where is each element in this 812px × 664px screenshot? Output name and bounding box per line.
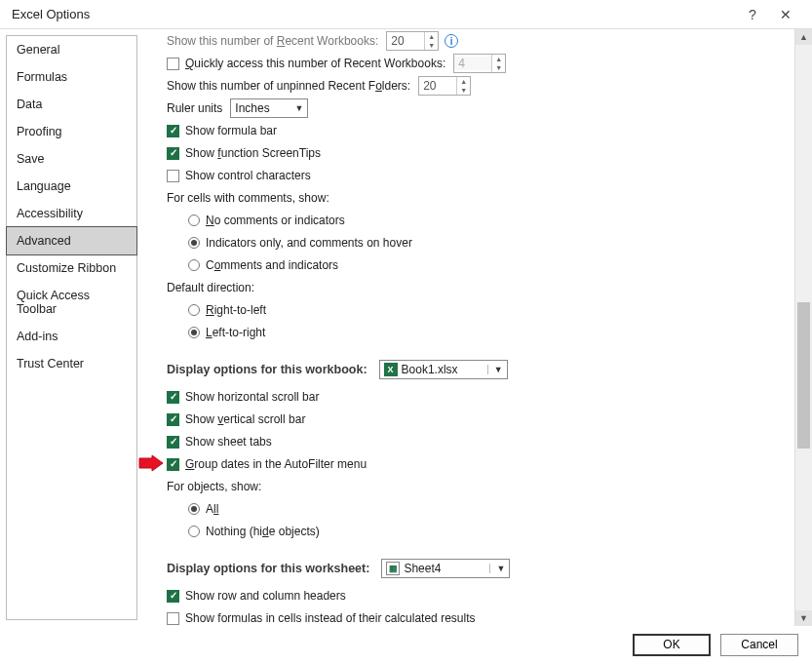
sidebar-item-add-ins[interactable]: Add-ins	[7, 323, 136, 350]
group-dates-autofilter-checkbox[interactable]	[167, 458, 179, 471]
sidebar-item-customize-ribbon[interactable]: Customize Ribbon	[7, 254, 136, 282]
objects-header: For objects, show:	[167, 480, 261, 493]
show-control-chars-checkbox[interactable]	[167, 170, 179, 182]
scrollbar-thumb[interactable]	[797, 302, 810, 449]
sidebar-item-language[interactable]: Language	[7, 173, 136, 200]
sidebar: General Formulas Data Proofing Save Lang…	[6, 35, 137, 620]
sidebar-item-quick-access-toolbar[interactable]: Quick Access Toolbar	[7, 282, 136, 323]
show-sheet-tabs-checkbox[interactable]	[167, 436, 179, 449]
close-icon[interactable]: ✕	[769, 7, 802, 22]
workbook-section-header: Display options for this workbook:	[167, 363, 367, 376]
sheet-icon: ▦	[386, 562, 400, 575]
ruler-units-label: Ruler units	[167, 101, 222, 115]
group-dates-autofilter-label: Group dates in the AutoFilter menu	[185, 457, 367, 471]
unpinned-folders-spinner[interactable]: ▲▼	[418, 76, 471, 96]
comments-both-radio[interactable]	[188, 259, 200, 271]
ok-button[interactable]: OK	[633, 634, 711, 656]
spin-up-icon[interactable]: ▲	[425, 32, 438, 41]
show-hscroll-checkbox[interactable]	[167, 391, 179, 404]
scroll-up-icon[interactable]: ▲	[795, 29, 812, 45]
quick-access-spinner: ▲▼	[453, 54, 506, 73]
recent-workbooks-spinner[interactable]: ▲▼	[386, 31, 439, 51]
spin-down-icon[interactable]: ▼	[425, 41, 438, 50]
sidebar-item-proofing[interactable]: Proofing	[7, 118, 136, 145]
show-screentips-label: Show function ScreenTips	[185, 146, 321, 160]
sidebar-item-accessibility[interactable]: Accessibility	[7, 200, 136, 227]
quick-access-checkbox[interactable]	[167, 58, 179, 70]
chevron-down-icon: ▼	[487, 365, 503, 374]
show-screentips-checkbox[interactable]	[167, 147, 179, 160]
show-formulas-checkbox[interactable]	[167, 612, 179, 625]
dialog-footer: OK Cancel	[0, 626, 812, 663]
recent-workbooks-label: Show this number of Recent Workbooks:	[167, 34, 378, 48]
sidebar-item-trust-center[interactable]: Trust Center	[7, 350, 136, 377]
show-formula-bar-label: Show formula bar	[185, 124, 277, 137]
help-icon[interactable]: ?	[736, 7, 769, 22]
comments-none-radio[interactable]	[188, 215, 200, 226]
chevron-down-icon: ▼	[489, 564, 505, 573]
sidebar-item-formulas[interactable]: Formulas	[7, 63, 136, 91]
sidebar-item-general[interactable]: General	[7, 36, 136, 63]
cancel-button[interactable]: Cancel	[720, 634, 798, 656]
callout-arrow-icon	[137, 455, 165, 473]
show-control-chars-label: Show control characters	[185, 169, 311, 182]
sidebar-item-save[interactable]: Save	[7, 145, 136, 173]
ruler-units-dropdown[interactable]: Inches ▼	[230, 98, 308, 118]
worksheet-selector-dropdown[interactable]: ▦ Sheet4 ▼	[381, 559, 510, 578]
window-title: Excel Options	[12, 7, 736, 21]
show-vscroll-checkbox[interactable]	[167, 413, 179, 426]
titlebar: Excel Options ? ✕	[0, 0, 812, 29]
excel-file-icon: X	[384, 363, 398, 376]
comments-header: For cells with comments, show:	[167, 191, 329, 205]
scroll-down-icon[interactable]: ▼	[795, 610, 812, 626]
objects-all-radio[interactable]	[188, 503, 200, 515]
direction-rtl-radio[interactable]	[188, 304, 200, 316]
quick-access-label: Quickly access this number of Recent Wor…	[185, 57, 445, 70]
direction-header: Default direction:	[167, 281, 254, 294]
unpinned-folders-label: Show this number of unpinned Recent Fold…	[167, 79, 410, 93]
workbook-selector-dropdown[interactable]: X Book1.xlsx ▼	[379, 360, 508, 379]
show-formula-bar-checkbox[interactable]	[167, 125, 179, 137]
show-headers-checkbox[interactable]	[167, 590, 179, 603]
chevron-down-icon: ▼	[294, 103, 303, 113]
worksheet-section-header: Display options for this worksheet:	[167, 562, 369, 575]
content-pane: Show this number of Recent Workbooks: ▲▼…	[137, 29, 794, 626]
vertical-scrollbar[interactable]: ▲ ▼	[794, 29, 812, 626]
sidebar-item-data[interactable]: Data	[7, 91, 136, 118]
direction-ltr-radio[interactable]	[188, 327, 200, 338]
comments-indicators-radio[interactable]	[188, 237, 200, 249]
sidebar-item-advanced[interactable]: Advanced	[6, 226, 137, 255]
info-icon[interactable]: i	[445, 34, 458, 48]
objects-nothing-radio[interactable]	[188, 526, 200, 537]
